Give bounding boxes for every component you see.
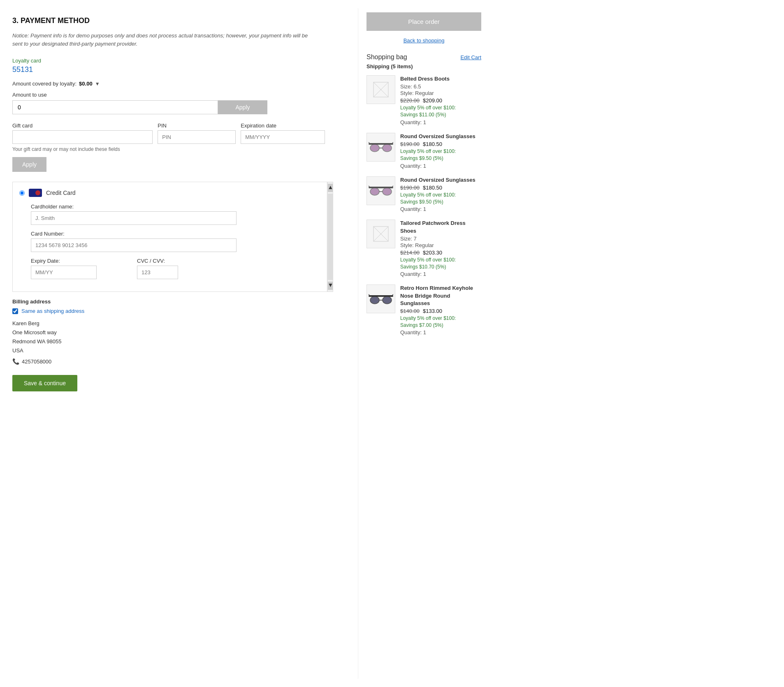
loyalty-apply-button[interactable]: Apply: [218, 100, 267, 114]
price-original: $190.00: [400, 185, 420, 191]
item-details: Round Oversized Sunglasses $190.00 $180.…: [400, 176, 481, 213]
price-sale: $180.50: [423, 185, 442, 191]
item-image: [366, 176, 395, 205]
card-number-field: Card Number:: [31, 231, 237, 252]
loyalty-saving: Loyalty 5% off over $100:Savings $10.70 …: [400, 257, 481, 271]
loyalty-number: 55131: [12, 65, 341, 74]
price-sale: $203.30: [423, 250, 442, 256]
amount-to-use-label: Amount to use: [12, 92, 341, 98]
place-order-button[interactable]: Place order: [366, 12, 481, 31]
card-expiry-input[interactable]: [31, 266, 97, 279]
item-name: Retro Horn Rimmed Keyhole Nose Bridge Ro…: [400, 285, 481, 307]
item-image: [366, 285, 395, 313]
price-row: $190.00 $180.50: [400, 141, 481, 147]
cart-item: Round Oversized Sunglasses $190.00 $180.…: [366, 133, 481, 169]
svg-point-11: [383, 188, 392, 195]
svg-rect-9: [369, 187, 393, 188]
billing-name: Karen Berg: [12, 319, 341, 328]
cvc-field: CVC / CVV:: [137, 258, 237, 279]
item-qty: Quantity: 1: [400, 163, 481, 169]
svg-rect-3: [369, 143, 393, 145]
expiry-label: Expiration date: [241, 123, 325, 129]
item-image: [366, 220, 395, 248]
payment-method-section: ▲ ▼ Credit Card Cardholder name:: [12, 182, 341, 367]
loyalty-saving: Loyalty 5% off over $100:Savings $7.00 (…: [400, 315, 481, 329]
item-style: Style: Regular: [400, 242, 481, 248]
cardholder-field: Cardholder name:: [31, 204, 237, 225]
svg-point-10: [370, 188, 379, 195]
credit-card-icon: [29, 189, 42, 197]
back-to-shopping-link[interactable]: Back to shopping: [366, 37, 481, 44]
card-expiry-label: Expiry Date:: [31, 258, 130, 264]
item-details: Belted Dress Boots Size: 6.5 Style: Regu…: [400, 75, 481, 125]
billing-phone: 4257058000: [22, 357, 51, 366]
billing-phone-row: 📞 4257058000: [12, 357, 341, 367]
amount-covered: Amount covered by loyalty: $0.00 ▼: [12, 81, 341, 87]
cart-item: Round Oversized Sunglasses $190.00 $180.…: [366, 176, 481, 213]
card-number-label: Card Number:: [31, 231, 237, 237]
gift-card-apply-button[interactable]: Apply: [12, 157, 46, 172]
card-expiry-field: Expiry Date:: [31, 258, 130, 279]
amount-to-use-input[interactable]: [12, 100, 218, 114]
item-name: Round Oversized Sunglasses: [400, 176, 481, 184]
price-original: $190.00: [400, 141, 420, 147]
price-row: $190.00 $180.50: [400, 185, 481, 191]
billing-city-state-zip: Redmond WA 98055: [12, 337, 341, 346]
svg-point-19: [370, 296, 379, 304]
cvc-input[interactable]: [137, 266, 178, 279]
item-name: Round Oversized Sunglasses: [400, 133, 481, 140]
cart-item: Tailored Patchwork Dress Shoes Size: 7 S…: [366, 220, 481, 277]
amount-to-use-row: Apply: [12, 100, 267, 114]
pin-input[interactable]: [158, 130, 236, 144]
expiry-field: Expiration date: [241, 123, 325, 144]
gift-card-label: Gift card: [12, 123, 153, 129]
pin-label: PIN: [158, 123, 236, 129]
edit-cart-link[interactable]: Edit Cart: [460, 54, 481, 60]
price-original: $140.00: [400, 308, 420, 314]
gift-card-section: Gift card PIN Expiration date Your gift …: [12, 123, 341, 172]
price-sale: $209.00: [423, 97, 442, 104]
loyalty-saving: Loyalty 5% off over $100:Savings $9.50 (…: [400, 192, 481, 206]
price-original: $220.00: [400, 97, 420, 104]
cardholder-input[interactable]: [31, 211, 237, 225]
cart-item: Retro Horn Rimmed Keyhole Nose Bridge Ro…: [366, 285, 481, 335]
gift-card-input[interactable]: [12, 130, 153, 144]
credit-card-radio[interactable]: [19, 190, 25, 196]
same-as-shipping-checkbox[interactable]: [12, 308, 18, 314]
shipping-label: Shipping (5 items): [366, 63, 481, 69]
scroll-up-arrow[interactable]: ▲: [328, 184, 333, 192]
item-name: Belted Dress Boots: [400, 75, 481, 83]
item-qty: Quantity: 1: [400, 271, 481, 277]
svg-point-5: [383, 144, 392, 152]
item-image: [366, 133, 395, 162]
item-details: Tailored Patchwork Dress Shoes Size: 7 S…: [400, 220, 481, 277]
expiry-cvc-row: Expiry Date: CVC / CVV:: [31, 258, 237, 285]
svg-point-20: [383, 296, 392, 304]
expiry-input[interactable]: [241, 130, 325, 144]
credit-card-option[interactable]: Credit Card: [19, 189, 326, 197]
billing-address1: One Microsoft way: [12, 328, 341, 337]
price-row: $140.00 $133.00: [400, 308, 481, 314]
loyalty-saving: Loyalty 5% off over $100:Savings $9.50 (…: [400, 148, 481, 162]
svg-point-4: [370, 144, 379, 152]
loyalty-saving: Loyalty 5% off over $100:Savings $11.00 …: [400, 104, 481, 118]
save-continue-button[interactable]: Save & continue: [12, 375, 77, 391]
same-as-shipping-row[interactable]: Same as shipping address: [12, 308, 341, 314]
pin-field: PIN: [158, 123, 236, 144]
sidebar: Place order Back to shopping Shopping ba…: [358, 8, 489, 679]
price-row: $214.00 $203.30: [400, 250, 481, 256]
notice-text: Notice: Payment info is for demo purpose…: [12, 32, 317, 48]
card-number-input[interactable]: [31, 238, 237, 252]
chevron-down-icon[interactable]: ▼: [95, 81, 100, 87]
shopping-bag-header: Shopping bag Edit Cart: [366, 53, 481, 61]
scroll-down-arrow[interactable]: ▼: [328, 282, 333, 290]
cart-item: Belted Dress Boots Size: 6.5 Style: Regu…: [366, 75, 481, 125]
item-qty: Quantity: 1: [400, 119, 481, 125]
gift-card-field: Gift card: [12, 123, 153, 144]
billing-title: Billing address: [12, 298, 341, 305]
cardholder-label: Cardholder name:: [31, 204, 237, 210]
price-row: $220.00 $209.00: [400, 97, 481, 104]
billing-country: USA: [12, 346, 341, 355]
item-qty: Quantity: 1: [400, 329, 481, 335]
loyalty-label: Loyalty card: [12, 58, 341, 64]
